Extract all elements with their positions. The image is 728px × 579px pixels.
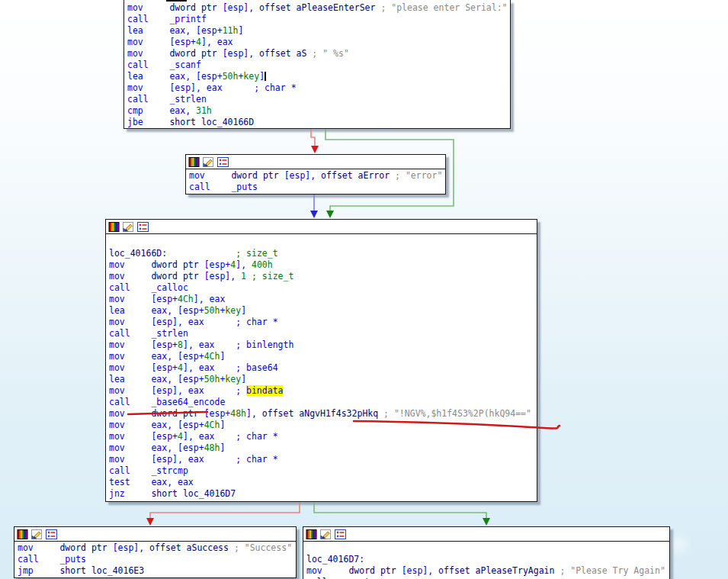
asm-line: mov [esp], eax ; bindata: [109, 385, 537, 397]
edit-node-icon[interactable]: [320, 529, 332, 540]
asm-line: [306, 542, 669, 554]
asm-line: mov [esp+4], eax ; char *: [109, 431, 537, 442]
asm-line: mov dword ptr [esp], 1 ; size_t: [109, 271, 537, 282]
asm-line: mov [esp+4], eax: [127, 37, 510, 48]
asm-block-error[interactable]: mov dword ptr [esp], offset aError ; "er…: [185, 154, 446, 195]
group-node-icon[interactable]: [335, 529, 346, 540]
asm-line: mov dword ptr [esp], offset aSuccess ; "…: [18, 542, 296, 554]
asm-line: jmp short loc_4016E3: [18, 565, 296, 577]
asm-line: lea eax, [esp+50h+key]: [109, 374, 537, 385]
text-cursor: [265, 72, 266, 81]
clipped-previous-line-artifact: [166, 0, 187, 2]
asm-line: lea eax, [esp+50h+key]: [127, 71, 510, 82]
asm-code[interactable]: loc_40166D: ; size_tmov dword ptr [esp+4…: [106, 234, 537, 500]
asm-line: call _scanf: [127, 60, 510, 71]
asm-line: mov [esp+4Ch], eax: [109, 294, 537, 305]
color-palette-icon[interactable]: [188, 156, 200, 168]
asm-line: call _printf: [127, 14, 510, 25]
edge-false-branch-top: [311, 129, 315, 146]
node-titlebar[interactable]: [303, 527, 669, 542]
edge-false-branch-top-arrowhead: [311, 146, 319, 153]
asm-line: [109, 236, 537, 248]
asm-line: call _strlen: [109, 328, 537, 339]
group-node-icon[interactable]: [217, 156, 229, 168]
asm-line: call _calloc: [109, 282, 537, 294]
asm-line: mov dword ptr [esp], offset aS ; " %s": [127, 48, 510, 60]
edge-true-branch-top-arrowhead: [326, 211, 334, 218]
asm-line: mov dword ptr [esp+48h], offset aNgvH1f4…: [109, 408, 537, 420]
edge-true-branch-bottom-arrowhead: [483, 518, 490, 526]
asm-code[interactable]: mov dword ptr [esp], offset aError ; "er…: [186, 169, 445, 193]
edit-node-icon[interactable]: [123, 221, 134, 233]
asm-code[interactable]: mov dword ptr [esp], offset aSuccess ; "…: [14, 542, 296, 577]
node-titlebar[interactable]: [186, 155, 445, 169]
asm-block-entry[interactable]: mov dword ptr [esp], offset aPleaseEnter…: [123, 0, 511, 129]
asm-block-loc-4016D7[interactable]: loc_4016D7:mov dword ptr [esp], offset a…: [303, 526, 670, 579]
color-palette-icon[interactable]: [306, 529, 317, 540]
color-palette-icon[interactable]: [108, 221, 120, 233]
asm-line: mov dword ptr [esp], offset aPleaseEnter…: [127, 2, 510, 14]
asm-line: call _strcmp: [109, 465, 537, 477]
asm-code[interactable]: mov dword ptr [esp], offset aPleaseEnter…: [124, 0, 510, 128]
edit-node-icon[interactable]: [31, 529, 43, 540]
asm-line: mov eax, [esp+48h]: [109, 442, 537, 454]
asm-block-success[interactable]: mov dword ptr [esp], offset aSuccess ; "…: [14, 526, 297, 578]
asm-line: call _puts: [189, 182, 445, 193]
asm-line: mov [esp+8], eax ; binlength: [109, 339, 537, 351]
asm-code[interactable]: loc_4016D7:mov dword ptr [esp], offset a…: [303, 542, 669, 579]
color-palette-icon[interactable]: [17, 529, 28, 540]
group-node-icon[interactable]: [137, 221, 149, 233]
asm-line: jbe short loc_40166D: [127, 117, 510, 128]
asm-line: mov eax, [esp+4Ch]: [109, 420, 537, 431]
edge-false-branch-bottom: [150, 502, 300, 519]
asm-line: lea eax, [esp+11h]: [127, 25, 510, 37]
asm-line: mov dword ptr [esp+4], 400h: [109, 259, 537, 271]
asm-line: mov [esp], eax ; char *: [109, 454, 537, 465]
asm-line: mov dword ptr [esp], offset aError ; "er…: [189, 170, 445, 182]
asm-line: test eax, eax: [109, 477, 537, 488]
node-titlebar[interactable]: [106, 220, 537, 234]
edit-node-icon[interactable]: [203, 156, 214, 168]
asm-line: loc_4016D7:: [306, 554, 669, 565]
group-node-icon[interactable]: [46, 529, 57, 540]
edge-true-branch-bottom: [314, 502, 486, 519]
asm-line: cmp eax, 31h: [127, 105, 510, 117]
asm-line: call _strlen: [127, 94, 510, 105]
asm-line: mov [esp], eax ; char *: [127, 82, 510, 94]
asm-line: mov eax, [esp+4Ch]: [109, 351, 537, 362]
edge-fallthrough-error-arrowhead: [310, 211, 318, 218]
asm-line: lea eax, [esp+50h+key]: [109, 305, 537, 317]
asm-block-loc-40166D[interactable]: loc_40166D: ; size_tmov dword ptr [esp+4…: [105, 219, 537, 502]
asm-line: mov dword ptr [esp], offset aPleaseTryAg…: [306, 565, 669, 577]
asm-line: jnz short loc_4016D7: [109, 488, 537, 500]
asm-line: call _puts: [18, 554, 296, 565]
asm-line: loc_40166D: ; size_t: [109, 248, 537, 259]
asm-line: call _base64_encode: [109, 397, 537, 408]
node-titlebar[interactable]: [14, 527, 296, 542]
edge-false-branch-bottom-arrowhead: [146, 518, 154, 526]
asm-line: mov [esp], eax ; char *: [109, 317, 537, 328]
asm-line: mov [esp+4], eax ; base64: [109, 362, 537, 374]
